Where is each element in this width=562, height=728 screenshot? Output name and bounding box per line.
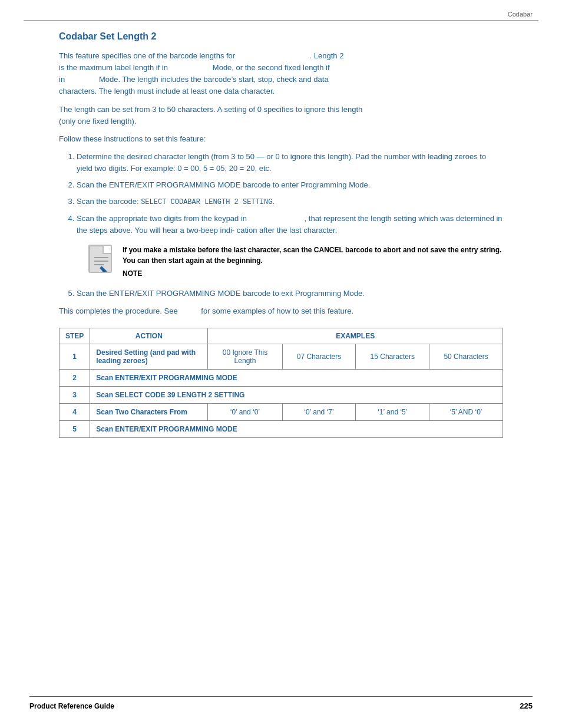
footer-left-label: Product Reference Guide [29, 702, 114, 710]
table-row: 2 Scan ENTER/EXIT PROGRAMMING MODE [59, 370, 503, 387]
row1-ex3: 15 Characters [356, 344, 429, 370]
row2-action: Scan ENTER/EXIT PROGRAMMING MODE [90, 370, 503, 387]
row3-step: 3 [59, 387, 90, 404]
top-rule [24, 20, 538, 25]
row2-step: 2 [59, 370, 90, 387]
step-3: Scan the barcode: SELECT CODABAR LENGTH … [77, 196, 503, 208]
page: Codabar Codabar Set Length 2 This featur… [0, 0, 562, 728]
intro-paragraph-1: This feature specifies one of the barcod… [59, 50, 503, 98]
note-svg-icon [90, 246, 112, 273]
intro-paragraph-2: The length can be set from 3 to 50 chara… [59, 104, 503, 127]
row4-ex3: ‘1’ and ‘5’ [356, 404, 429, 421]
steps-list: Determine the desired character length (… [77, 151, 503, 299]
header-label: Codabar [508, 11, 533, 18]
footer-content: Product Reference Guide 225 [29, 701, 533, 710]
col-step: STEP [59, 328, 90, 344]
row4-ex1: ‘0’ and ‘0’ [208, 404, 282, 421]
table-row: 1 Desired Setting (and pad withleading z… [59, 344, 503, 370]
section-title: Codabar Set Length 2 [59, 31, 503, 42]
note-label: NOTE [123, 268, 503, 279]
row3-action: Scan SELECT CODE 39 LENGTH 2 SETTING [90, 387, 503, 404]
table-row: 4 Scan Two Characters From ‘0’ and ‘0’ ‘… [59, 404, 503, 421]
row1-ex2: 07 Characters [282, 344, 356, 370]
row4-action: Scan Two Characters From [90, 404, 208, 421]
note-icon-image [88, 245, 112, 273]
table-row: 3 Scan SELECT CODE 39 LENGTH 2 SETTING [59, 387, 503, 404]
row1-ex4: 50 Characters [429, 344, 503, 370]
footer-rule [29, 696, 533, 697]
row4-ex4: ‘5’ AND ‘0’ [429, 404, 503, 421]
note-text-area: If you make a mistake before the last ch… [123, 245, 503, 279]
svg-marker-2 [106, 246, 112, 253]
col-action: ACTION [90, 328, 208, 344]
intro-paragraph-3: Follow these instructions to set this fe… [59, 133, 503, 145]
completion-text: This completes the procedure. See for so… [59, 305, 503, 317]
step-4: Scan the appropriate two digits from the… [77, 213, 503, 279]
step-5: Scan the ENTER/EXIT PROGRAMMING MODE bar… [77, 288, 503, 299]
step-3-mono: SELECT CODABAR LENGTH 2 SETTING [141, 198, 272, 206]
page-number: 225 [520, 701, 533, 710]
content-area: Codabar Set Length 2 This feature specif… [0, 25, 562, 473]
col-examples: EXAMPLES [208, 328, 503, 344]
settings-table: STEP ACTION EXAMPLES 1 Desired Setting (… [59, 328, 503, 438]
row1-ex1: 00 Ignore ThisLength [208, 344, 282, 370]
row1-action: Desired Setting (and pad withleading zer… [90, 344, 208, 370]
step-1: Determine the desired character length (… [77, 151, 503, 174]
note-box: If you make a mistake before the last ch… [88, 245, 503, 279]
row5-step: 5 [59, 421, 90, 438]
page-header: Codabar [0, 0, 562, 20]
note-icon [88, 245, 114, 275]
row4-step: 4 [59, 404, 90, 421]
table-row: 5 Scan ENTER/EXIT PROGRAMMING MODE [59, 421, 503, 438]
row5-action: Scan ENTER/EXIT PROGRAMMING MODE [90, 421, 503, 438]
row1-step: 1 [59, 344, 90, 370]
page-footer: Product Reference Guide 225 [0, 696, 562, 710]
step-2: Scan the ENTER/EXIT PROGRAMMING MODE bar… [77, 179, 503, 191]
svg-marker-1 [106, 246, 112, 253]
row4-ex2: ‘0’ and ‘7’ [282, 404, 356, 421]
note-bold-text: If you make a mistake before the last ch… [123, 245, 503, 266]
